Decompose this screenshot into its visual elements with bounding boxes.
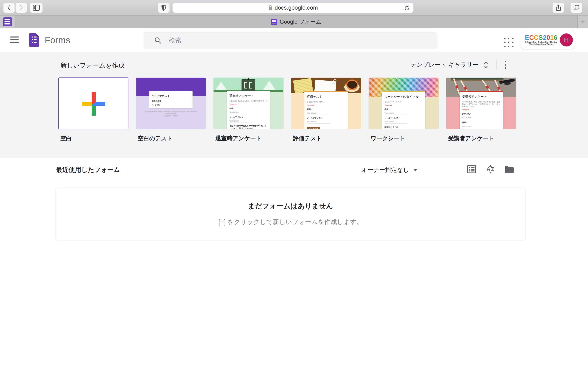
mini-form-title: 受講者アンケート [462, 95, 501, 99]
template-cards-row: 空白 空白のテスト 無題の問題 選択肢 1 This content is ne… [58, 77, 516, 142]
mini-answer: Your answer [462, 115, 485, 119]
more-options-icon[interactable] [503, 59, 508, 70]
template-course-survey-thumbnail[interactable]: 受講者アンケート コースの構成、内容、講師についてのご意見・ご感想など、修了した… [446, 77, 516, 129]
mini-answer: Your answer [462, 124, 485, 128]
template-course-survey: 受講者アンケート コースの構成、内容、講師についてのご意見・ご感想など、修了した… [446, 77, 516, 142]
mini-desc: ここにテキストを挿入. [307, 101, 345, 103]
divider [496, 59, 497, 70]
forward-button[interactable] [16, 3, 27, 13]
mini-watermark: Google Forms [136, 115, 206, 117]
mini-question: 無題の問題 [152, 100, 190, 103]
template-assessment-thumbnail[interactable]: 評価テスト ここにテキストを挿入. *Required 名前 * Your an… [291, 77, 361, 129]
avatar[interactable]: H [560, 33, 573, 47]
template-blank-quiz-thumbnail[interactable]: 空白のテスト 無題の問題 選択肢 1 This content is neith… [136, 77, 206, 129]
template-label: 受講者アンケート [446, 134, 516, 142]
radio-icon [152, 104, 154, 106]
privacy-shield-button[interactable] [158, 3, 170, 13]
address-bar[interactable]: docs.google.com [173, 3, 414, 13]
new-tab-button[interactable] [577, 16, 588, 28]
mini-field: 画像のタイトル [384, 125, 423, 128]
screen: docs.google.com [0, 0, 588, 367]
main-menu-button[interactable] [10, 36, 19, 44]
sidebar-toggle-button[interactable] [30, 3, 43, 13]
back-button[interactable] [3, 3, 15, 13]
mini-desc: ここにテキストを挿入. [384, 101, 423, 103]
org-logo: ECCS2016 Information Technology Center T… [525, 34, 557, 46]
search-placeholder: 検索 [169, 36, 182, 45]
mini-field: クラス名 * [462, 113, 501, 115]
search-icon [154, 37, 162, 44]
template-gallery-button[interactable]: テンプレート ギャラリー [410, 61, 478, 69]
mini-footer: This content is neither created nor endo… [143, 110, 199, 115]
mini-field: 名前 * [384, 108, 423, 111]
forms-favicon-icon [3, 17, 12, 26]
mini-required: *Required [462, 109, 501, 110]
lock-icon [268, 5, 273, 11]
mini-field: 名前 * [229, 107, 268, 110]
list-view-icon[interactable] [467, 164, 476, 174]
mini-radio-option: 選択肢 1 [152, 104, 190, 107]
tab-bar: Google フォーム [0, 16, 588, 28]
templates-section-title: 新しいフォームを作成 [61, 61, 125, 70]
template-label: 退室時アンケート [213, 134, 284, 142]
template-blank: 空白 [58, 77, 129, 142]
app-title: Forms [45, 35, 70, 45]
search-input[interactable]: 検索 [144, 32, 438, 49]
active-tab[interactable]: Google フォーム [15, 16, 577, 28]
org-subtitle-2: The University of Tokyo [525, 43, 557, 45]
org-logo-text: ECCS2016 [525, 34, 557, 41]
tab-title: Google フォーム [280, 18, 321, 25]
template-exit-survey: 退室時アンケート 今日このクラスを出る前に、次の質問に答えてください。 *Req… [213, 77, 284, 142]
mini-field: メールアドレス [229, 116, 268, 119]
mini-form-title: ワークシートのタイトル [384, 95, 423, 99]
google-apps-grid-icon[interactable] [504, 38, 514, 48]
template-worksheet-thumbnail[interactable]: ワークシートのタイトル ここにテキストを挿入. *Required 名前 * Y… [369, 77, 439, 129]
account-button[interactable]: ECCS2016 Information Technology Center T… [521, 31, 575, 49]
dropdown-arrow-icon [413, 169, 417, 171]
mini-field: 講師 * [462, 121, 501, 124]
recent-forms-title: 最近使用したフォーム [56, 166, 120, 174]
url-text: docs.google.com [275, 4, 318, 11]
reload-button[interactable] [404, 5, 410, 12]
mini-answer: Your answer [229, 119, 252, 123]
recent-forms-empty-state: まだフォームはありません [+] をクリックして新しいフォームを作成します。 [56, 188, 526, 240]
mini-answer: Your answer [384, 111, 407, 115]
empty-state-title: まだフォームはありません [248, 201, 333, 211]
mini-section-banner: テスト問題 [307, 127, 320, 129]
unfold-more-icon[interactable] [483, 61, 489, 69]
mini-answer: Your answer [229, 110, 252, 114]
template-exit-survey-thumbnail[interactable]: 退室時アンケート 今日このクラスを出る前に、次の質問に答えてください。 *Req… [213, 77, 284, 129]
mini-desc: コースの構成、内容、講師についてのご意見・ご感想など、修了したコースに関するフィ… [462, 101, 501, 108]
template-worksheet: ワークシートのタイトル ここにテキストを挿入. *Required 名前 * Y… [369, 77, 439, 142]
owner-filter-label: オーナー指定なし [361, 166, 409, 174]
template-label: 空白 [58, 134, 129, 142]
template-blank-quiz: 空白のテスト 無題の問題 選択肢 1 This content is neith… [136, 77, 206, 142]
mini-answer: Your answer [307, 119, 330, 124]
mini-form-title: 退室時アンケート [229, 94, 268, 98]
forms-logo-icon[interactable] [29, 33, 39, 47]
folder-icon[interactable] [504, 164, 514, 174]
owner-filter-dropdown[interactable]: オーナー指定なし [361, 166, 417, 174]
mini-required: *Required [384, 104, 423, 106]
share-button[interactable] [553, 3, 564, 13]
mini-desc: 今日このクラスを出る前に、次の質問に答えてください。 [229, 100, 268, 102]
empty-state-subtitle: [+] をクリックして新しいフォームを作成します。 [218, 218, 363, 226]
mini-question: 今日クラスで学習した中で重要だと思ったことを１つ挙げてください。 [229, 125, 268, 129]
template-label: ワークシート [369, 134, 439, 142]
mini-field: メールアドレス * [384, 117, 423, 119]
template-label: 空白のテスト [136, 134, 206, 142]
app-header: Forms 検索 ECCS2016 Information Technology… [0, 28, 588, 52]
plus-icon [580, 19, 586, 25]
mini-answer: Your answer [307, 111, 330, 115]
desk-photo [291, 78, 361, 93]
template-assessment: 評価テスト ここにテキストを挿入. *Required 名前 * Your an… [291, 77, 361, 142]
pinned-tab-google-forms[interactable] [0, 16, 15, 28]
mini-required: *Required [229, 103, 268, 105]
hikers-sign [242, 79, 255, 92]
template-blank-thumbnail[interactable] [58, 77, 129, 129]
forms-favicon-icon [271, 19, 277, 25]
template-label: 評価テスト [291, 134, 361, 142]
sort-az-icon[interactable]: AZ [485, 164, 495, 174]
mini-form-title: 空白のテスト [152, 94, 190, 98]
tab-overview-button[interactable] [571, 3, 582, 13]
